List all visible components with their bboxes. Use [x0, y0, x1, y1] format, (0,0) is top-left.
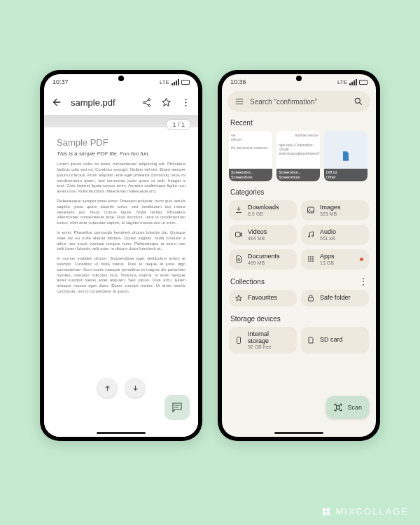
svg-point-6: [355, 98, 360, 103]
svg-rect-26: [323, 512, 326, 515]
svg-point-12: [308, 256, 309, 258]
phone-pdf-viewer: 10:37 LTE sample.pdf: [40, 70, 202, 441]
svg-point-10: [309, 236, 310, 237]
hamburger-menu-button[interactable]: [234, 97, 244, 106]
collection-safe-folder[interactable]: Safe folder: [301, 290, 369, 307]
status-network-label: LTE: [337, 79, 347, 85]
search-placeholder: Search "confirmation": [250, 98, 348, 106]
doc-paragraph: In numus sodales dictum. Suspendisse ege…: [57, 256, 186, 295]
svg-point-18: [308, 260, 309, 262]
camera-notch: [118, 76, 124, 81]
phone-files-app: 10:36 LTE Search "confirmation" Recent: [218, 70, 380, 441]
recent-list: ver eAccel Ho permission required Screen…: [222, 130, 376, 186]
status-time: 10:37: [52, 78, 69, 85]
svg-rect-25: [327, 507, 330, 511]
svg-rect-23: [337, 406, 340, 410]
signal-icon: [349, 79, 357, 85]
favourite-button[interactable]: [160, 97, 172, 108]
scan-fab[interactable]: Scan: [326, 396, 369, 419]
document-title: sample.pdf: [71, 97, 132, 108]
gesture-bar: [97, 432, 146, 434]
category-images[interactable]: Images323 MB: [301, 200, 369, 220]
notification-dot: [360, 258, 363, 261]
category-downloads[interactable]: Downloads8.5 GB: [229, 200, 297, 220]
svg-point-16: [310, 258, 312, 260]
scroll-down-button[interactable]: [125, 378, 145, 398]
collage-icon: [321, 507, 331, 517]
battery-icon: [359, 80, 368, 85]
status-network-label: LTE: [160, 79, 169, 85]
collections-grid: Favourites Safe folder: [222, 288, 376, 312]
app-bar: sample.pdf: [44, 90, 198, 115]
download-icon: [234, 206, 244, 214]
file-icon: [340, 150, 351, 162]
lock-icon: [307, 294, 316, 302]
svg-point-4: [185, 102, 186, 103]
apps-icon: [307, 255, 316, 263]
storage-internal[interactable]: Internal storage92 GB free: [229, 327, 297, 354]
svg-rect-24: [323, 507, 326, 511]
svg-point-1: [143, 102, 145, 104]
doc-paragraph: In enim. Phasellus commodo hendrerit dic…: [57, 230, 186, 252]
section-title-storage: Storage devices: [222, 312, 376, 326]
category-videos[interactable]: Videos464 MB: [229, 225, 297, 245]
battery-icon: [181, 80, 190, 85]
collection-favourites[interactable]: Favourites: [229, 290, 297, 307]
section-title-recent: Recent: [222, 116, 376, 130]
svg-point-11: [312, 235, 314, 237]
search-bar[interactable]: Search "confirmation": [227, 91, 370, 112]
svg-point-13: [310, 256, 312, 258]
svg-rect-27: [327, 512, 330, 515]
star-icon: [234, 294, 244, 302]
section-title-collections: Collections: [230, 276, 265, 287]
category-audio[interactable]: Audio551 kB: [301, 225, 369, 245]
storage-grid: Internal storage92 GB free SD card: [222, 326, 376, 360]
recent-card[interactable]: Diff.txtOther: [324, 131, 368, 181]
doc-subheading: This is a simple PDF file. Fun fun fun.: [57, 150, 186, 158]
share-button[interactable]: [141, 97, 152, 108]
search-icon[interactable]: [354, 97, 363, 106]
pdf-page: Sample PDF This is a simple PDF file. Fu…: [52, 134, 190, 407]
recent-card[interactable]: another device ngle task | Orientation: …: [276, 131, 320, 181]
svg-point-19: [310, 260, 312, 262]
scroll-up-button[interactable]: [97, 378, 117, 398]
svg-rect-21: [309, 298, 314, 301]
svg-rect-22: [237, 337, 241, 344]
svg-point-0: [148, 98, 150, 100]
camera-notch: [296, 76, 302, 81]
svg-point-8: [309, 209, 311, 211]
status-time: 10:36: [230, 78, 246, 85]
signal-icon: [172, 79, 179, 85]
image-icon: [307, 206, 316, 214]
page-indicator: 1 / 1: [166, 119, 191, 130]
categories-grid: Downloads8.5 GB Images323 MB Videos464 M…: [222, 199, 376, 275]
storage-sd-card[interactable]: SD card: [301, 327, 369, 354]
section-title-categories: Categories: [222, 186, 376, 199]
svg-point-3: [185, 99, 186, 100]
category-documents[interactable]: Documents469 MB: [229, 249, 297, 270]
svg-point-15: [308, 258, 309, 260]
comment-fab[interactable]: [164, 395, 190, 420]
audio-icon: [307, 230, 316, 239]
doc-paragraph: Pellentesque semper amet tortor. Praesen…: [57, 199, 186, 226]
svg-point-20: [312, 260, 314, 262]
overflow-menu-button[interactable]: [180, 97, 191, 108]
svg-point-14: [312, 256, 314, 258]
doc-paragraph: Lorem ipsum dolor sit amet, consectetuer…: [57, 162, 186, 195]
sd-card-icon: [307, 336, 316, 344]
document-viewport[interactable]: 1 / 1 Sample PDF This is a simple PDF fi…: [44, 115, 198, 437]
overflow-menu-button[interactable]: ⋮: [359, 276, 368, 286]
video-icon: [234, 230, 244, 239]
svg-rect-9: [236, 232, 241, 237]
doc-heading: Sample PDF: [57, 137, 186, 149]
back-button[interactable]: [51, 97, 62, 108]
phone-icon: [234, 336, 244, 344]
gesture-bar: [274, 432, 323, 434]
category-apps[interactable]: Apps13 GB: [301, 249, 369, 270]
scan-label: Scan: [347, 404, 362, 411]
recent-card[interactable]: ver eAccel Ho permission required Screen…: [229, 131, 272, 181]
svg-point-2: [148, 104, 150, 106]
svg-point-17: [312, 258, 314, 260]
svg-point-5: [185, 104, 186, 106]
scan-icon: [333, 402, 343, 412]
